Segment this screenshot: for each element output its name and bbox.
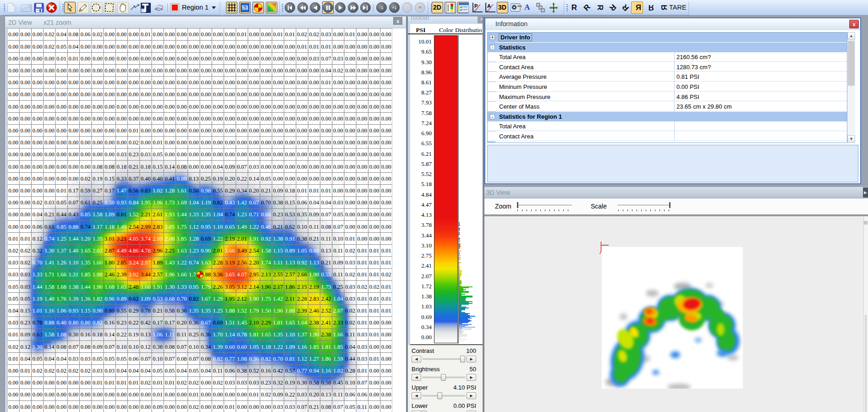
svg-text:0.00: 0.00 (33, 379, 43, 386)
svg-text:2.46: 2.46 (309, 308, 319, 314)
svg-text:0.00: 0.00 (369, 368, 379, 374)
svg-text:0.00: 0.00 (201, 67, 211, 74)
svg-text:0.00: 0.00 (129, 391, 139, 398)
svg-text:0.14: 0.14 (249, 176, 259, 182)
svg-text:0.00: 0.00 (285, 104, 295, 110)
svg-text:0.02: 0.02 (345, 271, 355, 278)
svg-text:0.01: 0.01 (369, 259, 379, 266)
svg-text:0.36: 0.36 (189, 319, 199, 326)
svg-text:0.00: 0.00 (357, 127, 368, 134)
svg-text:0.00: 0.00 (21, 44, 31, 50)
svg-text:0.00: 0.00 (81, 115, 91, 122)
svg-text:1.95: 1.95 (225, 296, 235, 302)
svg-text:0.14: 0.14 (165, 164, 175, 170)
svg-text:0.00: 0.00 (381, 151, 391, 158)
svg-text:1.75: 1.75 (321, 284, 331, 290)
svg-text:1.86: 1.86 (321, 356, 331, 362)
svg-text:2.42: 2.42 (321, 296, 331, 302)
svg-text:2.41: 2.41 (321, 319, 331, 326)
svg-text:0.00: 0.00 (213, 104, 223, 110)
svg-text:0.00: 0.00 (189, 79, 199, 86)
svg-text:0.43: 0.43 (69, 211, 79, 218)
svg-text:1.85: 1.85 (309, 344, 319, 350)
svg-text:0.01: 0.01 (381, 308, 391, 314)
svg-text:0.00: 0.00 (381, 79, 391, 86)
svg-text:0.00: 0.00 (345, 211, 355, 218)
svg-text:0.00: 0.00 (8, 379, 18, 386)
svg-text:2.26: 2.26 (213, 284, 223, 290)
svg-text:0.00: 0.00 (381, 368, 391, 374)
svg-text:0.14: 0.14 (44, 344, 55, 350)
svg-text:1.44: 1.44 (33, 284, 43, 290)
svg-text:0.00: 0.00 (189, 139, 199, 146)
svg-text:1.85: 1.85 (81, 271, 91, 278)
svg-text:0.00: 0.00 (56, 151, 66, 158)
svg-text:0.00: 0.00 (345, 139, 355, 146)
svg-text:0.94: 0.94 (309, 368, 319, 374)
svg-text:0.00: 0.00 (201, 115, 211, 122)
svg-text:0.88: 0.88 (177, 176, 187, 182)
svg-text:0.00: 0.00 (357, 91, 368, 98)
svg-text:0.23: 0.23 (21, 319, 31, 326)
svg-text:1.18: 1.18 (261, 344, 271, 350)
svg-text:0.01: 0.01 (357, 259, 368, 266)
svg-text:3.92: 3.92 (129, 271, 139, 278)
svg-text:0.67: 0.67 (201, 319, 211, 326)
svg-text:1.08: 1.08 (56, 331, 66, 338)
svg-text:0.00: 0.00 (381, 176, 391, 182)
svg-text:0.00: 0.00 (237, 79, 247, 86)
svg-text:0.00: 0.00 (309, 104, 319, 110)
svg-text:0.01: 0.01 (321, 187, 331, 194)
svg-text:0.08: 0.08 (81, 344, 91, 350)
svg-text:1.81: 1.81 (249, 331, 259, 338)
svg-text:0.00: 0.00 (201, 44, 211, 50)
svg-text:0.00: 0.00 (165, 91, 175, 98)
svg-text:0.98: 0.98 (201, 187, 211, 194)
svg-text:0.00: 0.00 (33, 187, 43, 194)
svg-text:0.00: 0.00 (381, 187, 391, 194)
svg-text:0.08: 0.08 (69, 31, 79, 38)
svg-text:0.00: 0.00 (153, 55, 163, 62)
svg-text:0.00: 0.00 (93, 104, 103, 110)
svg-text:0.19: 0.19 (285, 379, 295, 386)
svg-text:1.42: 1.42 (273, 296, 283, 302)
svg-text:0.00: 0.00 (8, 91, 18, 98)
svg-text:0.78: 0.78 (141, 308, 151, 314)
svg-text:0.00: 0.00 (8, 31, 18, 38)
svg-text:0.00: 0.00 (273, 104, 283, 110)
svg-text:0.00: 0.00 (273, 139, 283, 146)
svg-text:0.00: 0.00 (357, 79, 368, 86)
svg-text:0.00: 0.00 (165, 104, 175, 110)
svg-text:0.00: 0.00 (56, 127, 66, 134)
svg-text:0.00: 0.00 (285, 115, 295, 122)
svg-text:0.00: 0.00 (273, 55, 283, 62)
svg-text:0.00: 0.00 (104, 391, 115, 398)
svg-text:0.00: 0.00 (297, 127, 307, 134)
svg-text:1.41: 1.41 (44, 259, 55, 266)
svg-text:0.07: 0.07 (333, 404, 343, 410)
svg-text:0.00: 0.00 (141, 404, 151, 410)
svg-text:0.00: 0.00 (104, 139, 115, 146)
svg-text:0.00: 0.00 (189, 44, 199, 50)
svg-text:1.89: 1.89 (153, 259, 163, 266)
svg-text:0.00: 0.00 (201, 404, 211, 410)
svg-text:1.25: 1.25 (56, 236, 66, 242)
svg-text:0.00: 0.00 (225, 44, 235, 50)
svg-text:0.00: 0.00 (81, 379, 91, 386)
svg-text:0.00: 0.00 (369, 55, 379, 62)
svg-text:0.65: 0.65 (225, 224, 235, 230)
svg-text:0.00: 0.00 (201, 139, 211, 146)
svg-text:0.03: 0.03 (21, 271, 31, 278)
svg-text:0.00: 0.00 (177, 115, 187, 122)
svg-text:0.13: 0.13 (189, 176, 199, 182)
svg-text:0.09: 0.09 (273, 187, 283, 194)
svg-text:0.91: 0.91 (285, 236, 295, 242)
svg-text:0.00: 0.00 (117, 91, 127, 98)
svg-text:0.01: 0.01 (321, 79, 331, 86)
svg-text:2.25: 2.25 (165, 247, 175, 254)
svg-text:0.00: 0.00 (93, 55, 103, 62)
svg-text:0.27: 0.27 (93, 187, 103, 194)
svg-text:1.36: 1.36 (81, 296, 91, 302)
svg-text:0.06: 0.06 (129, 356, 139, 362)
svg-text:1.65: 1.65 (285, 319, 295, 326)
